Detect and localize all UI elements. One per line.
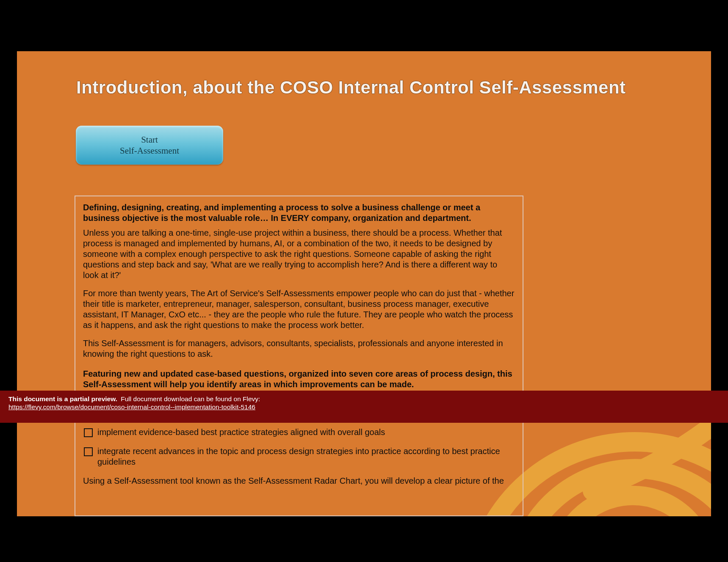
- paragraph-1: Unless you are talking a one-time, singl…: [83, 228, 515, 281]
- preview-banner: This document is a partial preview. Full…: [0, 391, 728, 423]
- start-button-line1: Start: [141, 134, 158, 145]
- paragraph-3: This Self-Assessment is for managers, ad…: [83, 338, 515, 359]
- intro-bold: Defining, designing, creating, and imple…: [83, 202, 515, 223]
- start-button-line2: Self-Assessment: [120, 145, 179, 156]
- slide-title: Introduction, about the COSO Internal Co…: [76, 78, 669, 97]
- feature-bold: Featuring new and updated case-based que…: [83, 369, 515, 390]
- slide: Introduction, about the COSO Internal Co…: [17, 51, 711, 516]
- checklist-item: integrate recent advances in the topic a…: [83, 446, 515, 467]
- viewport: Introduction, about the COSO Internal Co…: [0, 0, 728, 562]
- checklist-item: implement evidence-based best practice s…: [83, 427, 515, 438]
- content-box: Defining, designing, creating, and imple…: [75, 196, 523, 516]
- paragraph-2: For more than twenty years, The Art of S…: [83, 288, 515, 331]
- banner-bold: This document is a partial preview.: [8, 395, 117, 402]
- start-self-assessment-button[interactable]: Start Self-Assessment: [76, 126, 223, 165]
- closing-paragraph: Using a Self-Assessment tool known as th…: [83, 476, 515, 486]
- banner-link[interactable]: https://flevy.com/browse/document/coso-i…: [8, 403, 255, 410]
- banner-rest: Full document download can be found on F…: [121, 395, 260, 402]
